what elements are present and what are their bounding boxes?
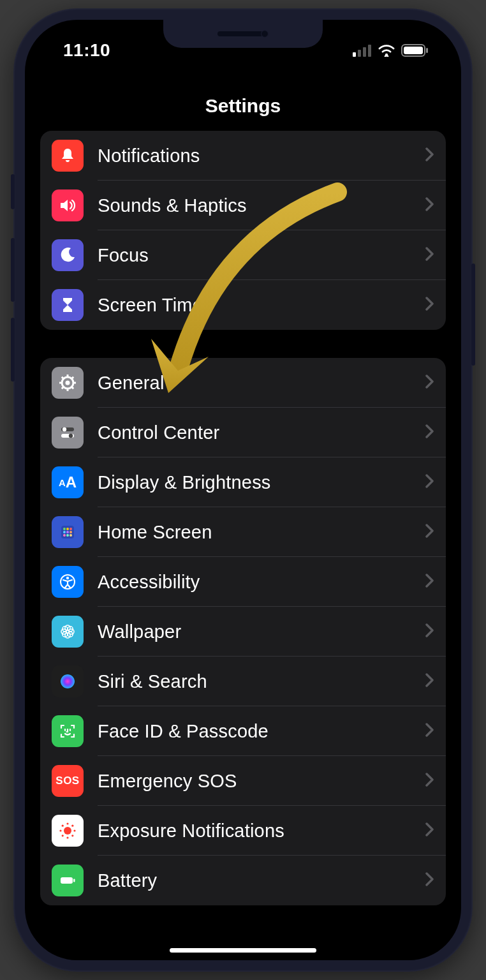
volume-down-button [11, 318, 15, 382]
row-label: Accessibility [98, 572, 425, 593]
svg-point-27 [66, 531, 69, 533]
chevron-right-icon [425, 870, 434, 891]
chevron-right-icon [425, 522, 434, 542]
svg-rect-7 [426, 48, 428, 53]
svg-point-9 [66, 381, 70, 385]
settings-section: Notifications Sounds & Haptics [40, 131, 446, 330]
row-label: Display & Brightness [98, 472, 425, 493]
row-label: Control Center [98, 422, 425, 443]
row-control-center[interactable]: Control Center [40, 408, 446, 457]
row-general[interactable]: General [40, 358, 446, 408]
battery-icon [52, 865, 84, 896]
svg-rect-3 [368, 45, 371, 57]
svg-point-31 [70, 534, 72, 537]
svg-point-45 [64, 827, 71, 835]
switches-icon [52, 417, 84, 449]
mute-switch [11, 174, 15, 209]
svg-point-51 [71, 835, 73, 836]
svg-rect-55 [73, 879, 75, 882]
chevron-right-icon [425, 472, 434, 493]
chevron-right-icon [425, 671, 434, 692]
cellular-icon [353, 44, 372, 57]
chevron-right-icon [425, 572, 434, 592]
svg-point-21 [69, 434, 73, 438]
phone-frame: 11:10 Settings [13, 8, 473, 972]
front-camera [261, 30, 269, 38]
chevron-right-icon [425, 721, 434, 741]
chevron-right-icon [425, 145, 434, 166]
row-label: Exposure Notifications [98, 820, 425, 842]
svg-point-33 [66, 577, 69, 579]
svg-line-15 [71, 387, 73, 389]
svg-rect-0 [353, 52, 356, 57]
svg-point-47 [66, 836, 68, 838]
svg-rect-1 [358, 50, 361, 57]
row-display-brightness[interactable]: AA Display & Brightness [40, 457, 446, 507]
chevron-right-icon [425, 621, 434, 642]
svg-line-16 [62, 387, 64, 389]
row-label: Focus [98, 245, 425, 266]
row-label: Home Screen [98, 522, 425, 543]
svg-rect-54 [61, 877, 73, 884]
svg-point-24 [66, 528, 69, 530]
speaker-icon [52, 189, 84, 221]
status-icons [353, 44, 429, 57]
grid-icon [52, 516, 84, 548]
row-label: Notifications [98, 145, 425, 167]
battery-status-icon [401, 44, 429, 57]
sos-icon: SOS [52, 765, 84, 797]
svg-point-25 [70, 528, 72, 530]
row-label: Emergency SOS [98, 771, 425, 792]
chevron-right-icon [425, 820, 434, 841]
row-screen-time[interactable]: Screen Time [40, 280, 446, 330]
row-notifications[interactable]: Notifications [40, 131, 446, 181]
svg-line-14 [62, 377, 64, 379]
svg-point-49 [73, 829, 75, 831]
screen: 11:10 Settings [25, 20, 461, 960]
row-exposure-notifications[interactable]: Exposure Notifications [40, 806, 446, 856]
row-emergency-sos[interactable]: SOS Emergency SOS [40, 756, 446, 806]
svg-point-23 [63, 528, 66, 530]
row-siri-search[interactable]: Siri & Search [40, 657, 446, 706]
faceid-icon [52, 715, 84, 747]
row-label: Face ID & Passcode [98, 721, 425, 742]
svg-point-52 [62, 835, 64, 836]
status-time: 11:10 [63, 40, 110, 61]
row-label: Battery [98, 870, 425, 891]
row-wallpaper[interactable]: Wallpaper [40, 607, 446, 657]
svg-point-4 [385, 54, 388, 56]
svg-line-17 [71, 377, 73, 379]
bell-icon [52, 140, 84, 172]
svg-point-53 [71, 825, 73, 827]
row-focus[interactable]: Focus [40, 230, 446, 280]
power-button [471, 264, 475, 366]
svg-point-46 [66, 822, 68, 824]
chevron-right-icon [425, 245, 434, 265]
hourglass-icon [52, 289, 84, 321]
svg-point-50 [62, 825, 64, 827]
svg-point-30 [66, 534, 69, 537]
row-sounds-haptics[interactable]: Sounds & Haptics [40, 181, 446, 230]
row-faceid-passcode[interactable]: Face ID & Passcode [40, 706, 446, 756]
svg-point-48 [59, 829, 61, 831]
chevron-right-icon [425, 771, 434, 791]
wifi-icon [378, 44, 395, 57]
svg-point-29 [63, 534, 66, 537]
chevron-right-icon [425, 195, 434, 216]
text-size-icon: AA [52, 466, 84, 498]
content: Settings Notifications [25, 20, 461, 960]
svg-rect-2 [363, 47, 366, 57]
row-home-screen[interactable]: Home Screen [40, 507, 446, 557]
row-accessibility[interactable]: Accessibility [40, 557, 446, 607]
row-battery[interactable]: Battery [40, 856, 446, 905]
svg-rect-6 [404, 47, 423, 54]
flower-icon [52, 616, 84, 648]
svg-point-26 [63, 531, 66, 533]
chevron-right-icon [425, 422, 434, 443]
row-label: Wallpaper [98, 621, 425, 642]
chevron-right-icon [425, 373, 434, 393]
settings-section: General Control Center [40, 358, 446, 905]
home-indicator[interactable] [170, 948, 316, 953]
notch [163, 20, 323, 48]
svg-point-19 [63, 427, 66, 431]
